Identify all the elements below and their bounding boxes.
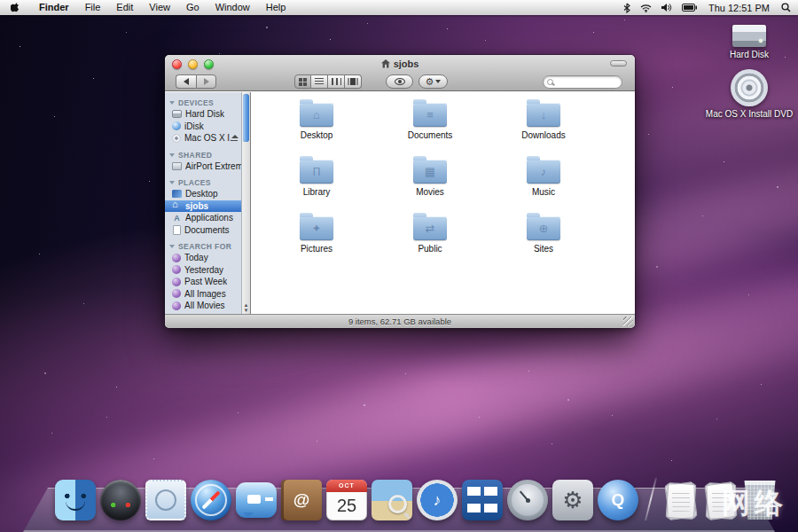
icon-view-button[interactable] bbox=[294, 74, 311, 89]
folder-public[interactable]: Public bbox=[373, 215, 487, 271]
folder-documents[interactable]: Documents bbox=[373, 101, 487, 158]
dock-mail-icon[interactable] bbox=[145, 480, 186, 520]
search-input[interactable] bbox=[556, 77, 618, 87]
ical-day-label: 25 bbox=[326, 492, 367, 519]
sidebar-section-devices[interactable]: DEVICES bbox=[165, 98, 241, 108]
sidebar-item-past-week[interactable]: Past Week bbox=[165, 276, 241, 288]
desktop-emblem-icon bbox=[300, 103, 333, 127]
menu-item-edit[interactable]: Edit bbox=[108, 0, 141, 15]
eject-icon[interactable] bbox=[231, 135, 238, 141]
sidebar-item-all-images[interactable]: All Images bbox=[165, 288, 241, 301]
sidebar-item-airport-extreme[interactable]: AirPort Extreme bbox=[165, 160, 241, 173]
forward-button[interactable] bbox=[196, 74, 216, 89]
sidebar-scrollbar[interactable]: ▲▼ bbox=[241, 92, 251, 314]
public-emblem-icon bbox=[413, 216, 447, 240]
dock-quicktime-icon[interactable] bbox=[598, 480, 638, 520]
toolbar-toggle-button[interactable] bbox=[610, 60, 627, 66]
desktop: Finder File Edit View Go Window Help Thu… bbox=[0, 0, 798, 532]
desktop-icon-label: Hard Disk bbox=[696, 50, 798, 59]
disclosure-triangle-icon bbox=[169, 245, 175, 248]
sidebar-item-hard-disk[interactable]: Hard Disk bbox=[165, 108, 241, 121]
folder-icon bbox=[300, 216, 333, 240]
apple-menu-icon[interactable] bbox=[7, 2, 31, 14]
dock-preview-icon[interactable] bbox=[372, 480, 412, 520]
dock-itunes-icon[interactable] bbox=[417, 480, 458, 520]
dock-ical-icon[interactable]: OCT 25 bbox=[326, 480, 367, 520]
sidebar-item-all-movies[interactable]: All Movies bbox=[165, 300, 241, 312]
status-bar: 9 items, 62.71 GB available bbox=[165, 314, 635, 328]
volume-icon[interactable] bbox=[661, 3, 672, 12]
folder-icon bbox=[527, 160, 560, 184]
sites-emblem-icon bbox=[527, 216, 560, 240]
sidebar-item-yesterday[interactable]: Yesterday bbox=[165, 264, 241, 277]
dock-dashboard-icon[interactable] bbox=[100, 480, 141, 520]
menu-item-window[interactable]: Window bbox=[207, 0, 258, 15]
home-icon bbox=[381, 59, 390, 68]
folder-music[interactable]: Music bbox=[487, 158, 600, 215]
sidebar-item-today[interactable]: Today bbox=[165, 252, 241, 264]
movies-emblem-icon bbox=[413, 160, 447, 184]
dock-address-book-icon[interactable] bbox=[281, 480, 322, 520]
folder-desktop[interactable]: Desktop bbox=[260, 101, 373, 158]
sidebar-section-search-for[interactable]: SEARCH FOR bbox=[165, 241, 241, 252]
spotlight-icon[interactable] bbox=[781, 3, 791, 12]
folder-library[interactable]: Library bbox=[260, 158, 373, 215]
menu-bar: Finder File Edit View Go Window Help Thu… bbox=[0, 0, 798, 15]
folder-downloads[interactable]: Downloads bbox=[487, 101, 600, 158]
list-view-button[interactable] bbox=[311, 74, 328, 89]
wifi-icon[interactable] bbox=[640, 4, 652, 12]
coverflow-view-button[interactable] bbox=[345, 74, 362, 89]
smart-folder-icon bbox=[172, 301, 181, 310]
dock-safari-icon[interactable] bbox=[191, 480, 231, 520]
sidebar-item-idisk[interactable]: iDisk bbox=[165, 121, 241, 133]
grid-view-icon bbox=[299, 78, 307, 86]
column-view-icon bbox=[332, 78, 341, 85]
back-arrow-icon bbox=[184, 78, 189, 85]
sidebar-item-sjobs[interactable]: sjobs bbox=[165, 200, 241, 213]
library-emblem-icon bbox=[300, 160, 333, 184]
quick-look-button[interactable] bbox=[386, 74, 413, 89]
bluetooth-icon[interactable] bbox=[623, 3, 630, 13]
resize-grip[interactable] bbox=[623, 317, 633, 326]
desktop-icon bbox=[172, 190, 182, 198]
sidebar-section-places[interactable]: PLACES bbox=[165, 177, 241, 188]
sidebar-item-applications[interactable]: Applications bbox=[165, 212, 241, 224]
desktop-icon-label: Mac OS X Install DVD bbox=[696, 109, 798, 119]
dock-system-preferences-icon[interactable] bbox=[552, 480, 593, 520]
scrollbar-arrows[interactable]: ▲▼ bbox=[242, 302, 250, 313]
sidebar-item-documents[interactable]: Documents bbox=[165, 224, 241, 237]
folder-icon bbox=[413, 160, 447, 184]
downloads-emblem-icon bbox=[527, 103, 560, 127]
dock-spaces-icon[interactable] bbox=[462, 480, 503, 520]
sidebar-item-install-disc[interactable]: Mac OS X I... bbox=[165, 132, 241, 145]
documents-emblem-icon bbox=[413, 103, 447, 127]
desktop-icon-hard-disk[interactable]: Hard Disk bbox=[696, 25, 798, 59]
menu-item-file[interactable]: File bbox=[77, 0, 109, 15]
menu-item-help[interactable]: Help bbox=[258, 0, 294, 15]
folder-sites[interactable]: Sites bbox=[487, 215, 600, 271]
search-field[interactable] bbox=[543, 75, 622, 89]
window-titlebar[interactable]: sjobs bbox=[165, 55, 635, 91]
dock-finder-icon[interactable] bbox=[55, 480, 96, 520]
folder-pictures[interactable]: Pictures bbox=[260, 215, 373, 271]
sidebar-section-shared[interactable]: SHARED bbox=[165, 150, 241, 160]
view-switcher bbox=[294, 74, 362, 89]
coverflow-view-icon bbox=[348, 78, 358, 85]
menu-item-view[interactable]: View bbox=[141, 0, 178, 15]
finder-window: sjobs bbox=[165, 55, 635, 328]
dock-time-machine-icon[interactable] bbox=[507, 480, 548, 520]
column-view-button[interactable] bbox=[328, 74, 345, 89]
scrollbar-thumb[interactable] bbox=[243, 94, 249, 142]
menu-item-finder[interactable]: Finder bbox=[31, 0, 77, 15]
dock-documents-stack-icon[interactable] bbox=[663, 481, 699, 520]
desktop-icon-install-dvd[interactable]: Mac OS X Install DVD bbox=[696, 69, 798, 119]
smart-folder-icon bbox=[172, 278, 181, 286]
folder-movies[interactable]: Movies bbox=[373, 158, 487, 215]
back-button[interactable] bbox=[176, 74, 196, 89]
menu-clock[interactable]: Thu 12:51 PM bbox=[707, 3, 771, 13]
disc-icon bbox=[172, 134, 181, 143]
action-menu-button[interactable] bbox=[419, 74, 448, 89]
menu-item-go[interactable]: Go bbox=[178, 0, 207, 15]
dock-ichat-icon[interactable] bbox=[236, 482, 277, 518]
battery-icon[interactable] bbox=[682, 4, 697, 12]
